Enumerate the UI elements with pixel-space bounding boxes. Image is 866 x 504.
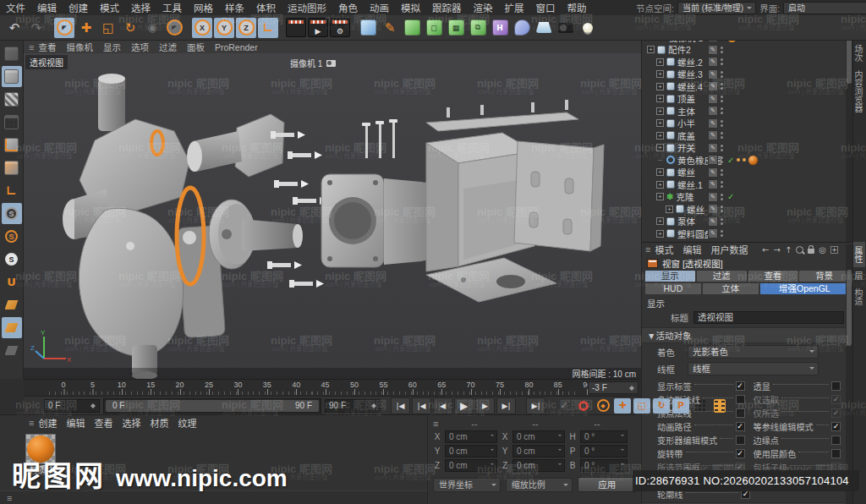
workplane-icon[interactable] <box>2 294 22 315</box>
visibility-dots[interactable] <box>721 145 723 151</box>
viewport-solo-single-icon[interactable]: S <box>2 226 22 247</box>
model-mode-icon[interactable] <box>2 66 22 87</box>
edit-toggle[interactable]: ✎ <box>708 106 718 116</box>
object-row[interactable]: +底盖 ✎ <box>644 129 845 142</box>
attribute-tab[interactable]: 增强OpenGL <box>760 283 849 294</box>
coordinate-field[interactable]: 0 cm <box>512 430 565 443</box>
viewport-menu-item[interactable]: 查看 <box>33 41 61 53</box>
timeline-ruler[interactable]: 051015202530354045505560657075808590 -3 … <box>24 379 641 397</box>
texture-mode-icon[interactable] <box>2 89 22 110</box>
checkbox[interactable]: ✓ <box>831 422 841 431</box>
attribute-tab[interactable]: 显示 <box>645 271 695 282</box>
viewport-solo-hierarchy-icon[interactable]: S <box>2 249 22 270</box>
object-row[interactable]: +顶盖 ✎ <box>644 93 845 106</box>
edit-toggle[interactable]: ✎ <box>708 130 718 140</box>
attribute-scrollbar[interactable] <box>846 244 852 504</box>
visibility-dots[interactable] <box>721 47 723 53</box>
coordinate-space-dropdown[interactable]: 世界坐标 <box>433 478 501 492</box>
material-tag[interactable] <box>748 156 758 165</box>
visibility-dots[interactable] <box>721 230 723 237</box>
spline-pen-icon[interactable]: ✎ <box>380 18 400 38</box>
expand-icon[interactable]: + <box>656 70 664 78</box>
coordinate-field[interactable]: 0 ° <box>580 430 628 443</box>
menubar-item[interactable]: 网格 <box>188 1 219 14</box>
checkbox[interactable]: ✓ <box>831 408 841 418</box>
up-icon[interactable]: ↑ <box>785 245 792 255</box>
edit-toggle[interactable]: ✎ <box>708 167 718 178</box>
polygon-mode-icon[interactable] <box>2 157 22 178</box>
point-mode-icon[interactable] <box>2 112 22 133</box>
coordinate-field[interactable]: 0 ° <box>580 459 628 472</box>
expand-icon[interactable]: + <box>656 107 664 115</box>
visibility-dots[interactable] <box>721 181 723 188</box>
edge-mode-icon[interactable] <box>2 134 22 156</box>
visibility-dots[interactable] <box>721 107 723 114</box>
object-list-scrollbar[interactable] <box>846 31 852 242</box>
viewport-menu-item[interactable]: 显示 <box>98 41 126 53</box>
material-menu-icon[interactable]: ≡ <box>29 418 33 428</box>
object-row[interactable]: ─黄色橡皮圈 ✎ ✓ <box>644 154 845 167</box>
expand-icon[interactable]: + <box>647 46 655 53</box>
menubar-item[interactable]: 模式 <box>94 1 125 14</box>
material-menu-item[interactable]: 材质 <box>145 416 173 430</box>
material-menu-item[interactable]: 纹理 <box>173 416 200 430</box>
menubar-item[interactable]: 选择 <box>125 1 156 14</box>
am-menu-item[interactable]: 用户数据 <box>706 243 752 256</box>
object-row[interactable]: +泵体 ✎ <box>644 216 845 228</box>
menubar-item[interactable]: 工具 <box>156 1 188 14</box>
option-cell[interactable]: 仅所选 ✓ <box>754 407 841 419</box>
object-row[interactable]: +开关 ✎ <box>644 142 845 155</box>
range-start-spinner[interactable]: 0 F <box>44 399 100 413</box>
z-axis-lock-icon[interactable]: Z <box>236 18 256 38</box>
object-row[interactable]: +螺丝.4 ✎ <box>644 80 845 93</box>
edit-toggle[interactable]: ✎ <box>708 94 718 104</box>
menubar-item[interactable]: 扩展 <box>499 1 530 14</box>
render-picture-viewer-icon[interactable]: ▶ <box>308 18 328 38</box>
edit-toggle[interactable]: ✎ <box>708 155 718 165</box>
menubar-item[interactable]: 样条 <box>219 1 250 14</box>
viewport-canvas[interactable]: 透视视图 摄像机 1 网格间距 : 10 cm Y X Z <box>24 53 641 379</box>
field-icon[interactable] <box>512 18 532 38</box>
redo-icon[interactable]: ↷ <box>26 18 47 38</box>
checkbox[interactable]: ✓ <box>736 381 745 391</box>
visibility-dots[interactable] <box>721 169 723 176</box>
menubar-item[interactable]: 跟踪器 <box>426 1 468 14</box>
viewport-menu-item[interactable]: 过滤 <box>154 41 182 53</box>
title-field-input[interactable]: 透视视图 <box>693 311 844 324</box>
option-cell[interactable]: 旋转带 ✓ <box>657 447 745 460</box>
lock-icon[interactable] <box>808 249 814 254</box>
node-space-dropdown[interactable]: 当前 (标准/物理) <box>677 2 756 14</box>
render-settings-icon[interactable]: ⚙ <box>330 18 350 38</box>
enable-axis-icon[interactable]: ∟ <box>2 180 22 201</box>
expand-icon[interactable]: + <box>656 217 664 225</box>
x-axis-lock-icon[interactable]: X <box>192 18 212 38</box>
enabled-check[interactable]: ✓ <box>727 156 734 165</box>
active-object-section[interactable]: ▼活动对象 <box>642 327 852 343</box>
checkbox[interactable]: ✓ <box>736 449 745 458</box>
camera-icon[interactable] <box>556 18 576 38</box>
edit-toggle[interactable]: ✎ <box>708 179 718 189</box>
current-frame-spinner[interactable]: -3 F <box>588 381 639 394</box>
material-name[interactable]: 材质.1 <box>25 465 58 475</box>
material-menu-item[interactable]: 创建 <box>34 416 61 430</box>
coordinate-field[interactable]: 0 cm <box>512 445 565 457</box>
am-menu-icon[interactable]: ≡ <box>645 244 650 255</box>
menubar-item[interactable]: 窗口 <box>530 1 562 14</box>
material-menu-item[interactable]: 查看 <box>90 416 117 430</box>
material-thumbnail[interactable] <box>25 434 56 464</box>
menubar-item[interactable]: 体积 <box>250 1 282 14</box>
menubar-item[interactable]: 角色 <box>332 1 364 14</box>
option-cell[interactable]: 等参线编辑模式 ✓ <box>754 420 841 433</box>
checkbox[interactable] <box>831 436 841 445</box>
viewport-menu-item[interactable]: 选项 <box>126 41 154 53</box>
expand-icon[interactable]: + <box>656 193 664 200</box>
object-row[interactable]: +螺丝.3 ✎ <box>644 68 845 81</box>
object-row[interactable]: +✽克隆 ✎ ✓ <box>644 191 845 204</box>
material-item[interactable]: 材质.1 <box>25 434 58 475</box>
attribute-tab[interactable]: 查看 <box>748 271 798 282</box>
expand-icon[interactable]: + <box>656 83 664 90</box>
material-menu-item[interactable]: 选择 <box>118 416 145 430</box>
material-menu-item[interactable]: 编辑 <box>62 416 89 430</box>
checkbox[interactable]: ✓ <box>736 422 745 431</box>
forward-icon[interactable]: → <box>773 245 780 255</box>
